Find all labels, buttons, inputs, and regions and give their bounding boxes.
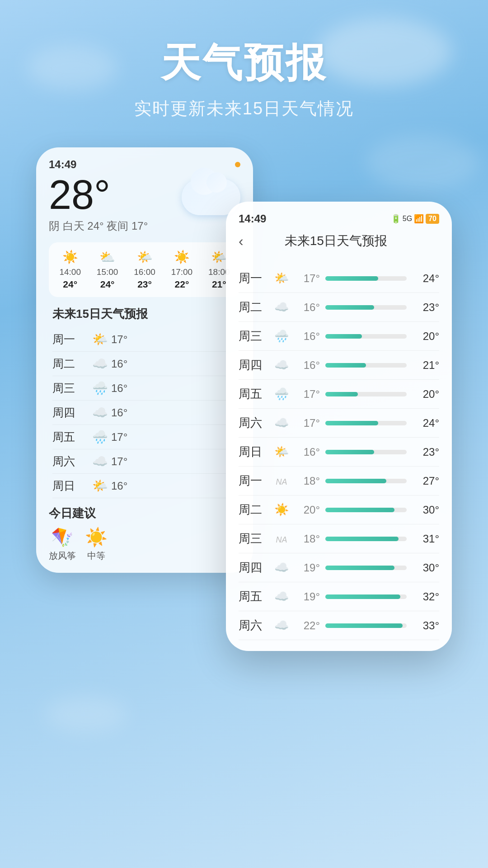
daily-row-12: 周六 ☁️ 22° 33° (239, 611, 439, 640)
daily-low-11: 19° (293, 590, 320, 603)
forecast-icon-5: ☁️ (89, 454, 111, 469)
weather-description: 阴 白天 24° 夜间 17° (49, 219, 240, 233)
daily-day-11: 周五 (239, 589, 270, 604)
right-status-time: 14:49 (239, 212, 266, 225)
hourly-icon-2: 🌤️ (127, 250, 162, 264)
temp-bar-3 (325, 363, 407, 368)
forecast-row-1: 周二 ☁️ 16° (52, 352, 237, 376)
temp-bar-fill-6 (325, 450, 374, 454)
daily-high-0: 24° (412, 272, 439, 285)
header: 天气预报 实时更新未来15日天气情况 (0, 0, 488, 138)
daily-high-5: 24° (412, 417, 439, 429)
left-status-time: 14:49 (49, 158, 76, 171)
temp-bar-fill-3 (325, 363, 366, 368)
daily-day-9: 周三 (239, 531, 270, 547)
right-status-bar: 14:49 🔋 5G 📶 70 (239, 212, 439, 225)
forecast-icon-3: ☁️ (89, 405, 111, 420)
hourly-temp-1: 24° (89, 279, 125, 290)
hourly-item: 🌤️ 16:00 23° (127, 250, 162, 290)
daily-day-3: 周四 (239, 357, 270, 373)
daily-row-0: 周一 🌤️ 17° 24° (239, 264, 439, 293)
battery-icon: 🔋 (391, 214, 401, 224)
temp-bar-8 (325, 508, 407, 512)
forecast-day-1: 周二 (52, 356, 89, 371)
temp-bar-10 (325, 566, 407, 570)
app-title: 天气预报 (0, 36, 488, 90)
temp-bar-fill-1 (325, 305, 374, 310)
temp-bar-12 (325, 623, 407, 628)
daily-high-4: 20° (412, 388, 439, 401)
daily-low-2: 16° (293, 330, 320, 343)
daily-day-8: 周二 (239, 502, 270, 518)
forecast-header: ‹ 未来15日天气预报 (239, 232, 439, 255)
forecast-row-4: 周五 🌧️ 17° (52, 425, 237, 449)
forecast-row-5: 周六 ☁️ 17° (52, 449, 237, 474)
temp-bar-9 (325, 537, 407, 541)
hourly-time-2: 16:00 (127, 267, 162, 277)
hourly-strip: ☀️ 14:00 24° ⛅ 15:00 24° 🌤️ 16:00 23° ☀️… (49, 242, 240, 297)
temp-bar-4 (325, 392, 407, 396)
daily-row-8: 周二 ☀️ 20° 30° (239, 495, 439, 524)
daily-high-7: 27° (412, 475, 439, 487)
daily-row-6: 周日 🌤️ 16° 23° (239, 438, 439, 467)
forecast-row-6: 周日 🌤️ 16° (52, 474, 237, 498)
daily-high-9: 31° (412, 533, 439, 545)
daily-low-12: 22° (293, 619, 320, 632)
daily-icon-0: 🌤️ (270, 271, 293, 285)
daily-row-1: 周二 ☁️ 16° 23° (239, 293, 439, 322)
daily-icon-11: ☁️ (270, 590, 293, 604)
hourly-item: ☀️ 14:00 24° (52, 250, 88, 290)
daily-high-2: 20° (412, 330, 439, 343)
daily-low-7: 18° (293, 475, 320, 487)
daily-icon-6: 🌤️ (270, 445, 293, 459)
back-button[interactable]: ‹ (239, 233, 244, 250)
daily-low-4: 17° (293, 388, 320, 401)
daily-icon-9: NA (270, 532, 293, 546)
signal-icon: 5G (403, 215, 412, 223)
temp-bar-fill-12 (325, 623, 403, 628)
daily-high-1: 23° (412, 301, 439, 314)
forecast-icon-1: ☁️ (89, 356, 111, 371)
temp-bar-fill-4 (325, 392, 358, 396)
forecast-page-title: 未来15日天气预报 (251, 232, 421, 250)
daily-day-6: 周日 (239, 444, 270, 460)
daily-low-8: 20° (293, 504, 320, 516)
daily-row-3: 周四 ☁️ 16° 21° (239, 351, 439, 380)
forecast-day-3: 周四 (52, 405, 89, 420)
forecast-temp-5: 17° (111, 455, 143, 468)
daily-row-7: 周一 NA 18° 27° (239, 467, 439, 495)
daily-high-11: 32° (412, 590, 439, 603)
temp-bar-fill-9 (325, 537, 399, 541)
temp-bar-fill-10 (325, 566, 394, 570)
forecast-icon-0: 🌤️ (89, 332, 111, 347)
left-forecast-title: 未来15日天气预报 (52, 306, 237, 322)
daily-day-10: 周四 (239, 560, 270, 576)
temp-bar-11 (325, 594, 407, 599)
daily-high-6: 23° (412, 446, 439, 458)
left-status-bar: 14:49 (49, 158, 240, 171)
temp-bar-fill-7 (325, 479, 386, 483)
forecast-temp-2: 16° (111, 382, 143, 395)
forecast-row-0: 周一 🌤️ 17° (52, 327, 237, 352)
daily-row-10: 周四 ☁️ 19° 30° (239, 553, 439, 582)
forecast-row-3: 周四 ☁️ 16° (52, 401, 237, 425)
suggestion-items: 🪁 放风筝 ☀️ 中等 (49, 527, 240, 562)
suggestion-1: ☀️ 中等 (85, 527, 108, 562)
current-temperature: 28° (49, 175, 110, 215)
temp-bar-7 (325, 479, 407, 483)
daily-icon-10: ☁️ (270, 561, 293, 575)
forecast-day-4: 周五 (52, 429, 89, 444)
daily-high-3: 21° (412, 359, 439, 372)
temp-bar-5 (325, 421, 407, 425)
hourly-icon-3: ☀️ (164, 250, 199, 264)
hourly-temp-2: 23° (127, 279, 162, 290)
temp-bar-6 (325, 450, 407, 454)
daily-low-6: 16° (293, 446, 320, 458)
daily-row-5: 周六 ☁️ 17° 24° (239, 409, 439, 438)
forecast-day-0: 周一 (52, 332, 89, 347)
daily-day-0: 周一 (239, 270, 270, 286)
forecast-icon-2: 🌧️ (89, 381, 111, 396)
forecast-temp-6: 16° (111, 480, 143, 492)
suggestion-icon-1: ☀️ (85, 527, 108, 548)
daily-icon-1: ☁️ (270, 300, 293, 314)
